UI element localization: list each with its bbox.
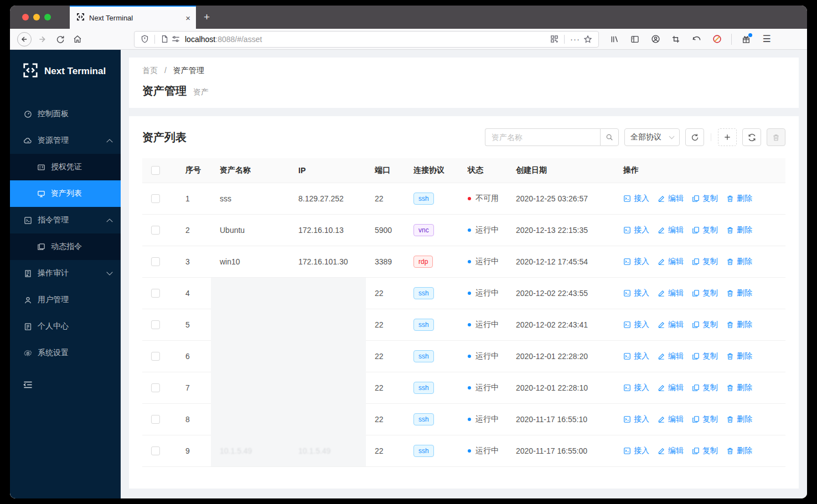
access-link[interactable]: 接入 (623, 351, 649, 361)
table-row: 8 22 ssh 运行中 2020-11-17 16:55:10 接入 编辑 (142, 404, 785, 435)
delete-link[interactable]: 删除 (726, 257, 752, 267)
permissions-icon[interactable] (172, 35, 180, 43)
edit-link[interactable]: 编辑 (658, 383, 684, 393)
url-bar[interactable]: localhost:8088/#/asset ··· (134, 31, 599, 48)
row-checkbox[interactable] (151, 289, 160, 298)
row-checkbox[interactable] (151, 383, 160, 392)
copy-link[interactable]: 复制 (692, 414, 718, 424)
reload-button[interactable] (52, 32, 68, 47)
minimize-window-button[interactable] (33, 14, 40, 20)
access-link[interactable]: 接入 (623, 446, 649, 456)
edit-link[interactable]: 编辑 (658, 446, 684, 456)
sidebar-item-profile[interactable]: 个人中心 (10, 313, 121, 340)
delete-link[interactable]: 删除 (726, 288, 752, 298)
sidebar-item-users[interactable]: 用户管理 (10, 287, 121, 313)
row-checkbox[interactable] (151, 257, 160, 266)
sidebar-item-settings[interactable]: 系统设置 (10, 340, 121, 366)
copy-link[interactable]: 复制 (692, 225, 718, 235)
access-link[interactable]: 接入 (623, 383, 649, 393)
access-link[interactable]: 接入 (623, 320, 649, 330)
edit-link[interactable]: 编辑 (658, 225, 684, 235)
access-link[interactable]: 接入 (623, 414, 649, 424)
delete-link[interactable]: 删除 (726, 446, 752, 456)
protocol-filter-select[interactable]: 全部协议 (624, 128, 680, 146)
sidebar-item-dashboard[interactable]: 控制面板 (10, 101, 121, 127)
page-icon[interactable] (161, 35, 168, 43)
select-all-checkbox[interactable] (151, 166, 160, 175)
sidebar-item-credentials[interactable]: 授权凭证 (10, 154, 121, 180)
account-icon[interactable] (648, 32, 663, 46)
sidebar-item-dynamic-commands[interactable]: 动态指令 (10, 233, 121, 260)
copy-link[interactable]: 复制 (692, 288, 718, 298)
access-link[interactable]: 接入 (623, 257, 649, 267)
access-link[interactable]: 接入 (623, 288, 649, 298)
gift-icon[interactable] (738, 32, 754, 46)
search-input[interactable] (485, 128, 600, 146)
tab-close-icon[interactable]: × (185, 13, 190, 23)
delete-link[interactable]: 删除 (726, 320, 752, 330)
edit-link[interactable]: 编辑 (658, 351, 684, 361)
browser-tab[interactable]: Next Terminal × (70, 6, 196, 29)
copy-link[interactable]: 复制 (692, 320, 718, 330)
block-icon (37, 243, 45, 251)
idcard-icon (37, 163, 45, 172)
edit-link[interactable]: 编辑 (658, 288, 684, 298)
search-button[interactable] (600, 128, 619, 146)
copy-link[interactable]: 复制 (692, 257, 718, 267)
sidebar-item-commands[interactable]: 指令管理 (10, 207, 121, 233)
breadcrumb-home[interactable]: 首页 (142, 66, 158, 75)
edit-link[interactable]: 编辑 (658, 414, 684, 424)
row-id: 1 (185, 194, 190, 203)
delete-link[interactable]: 删除 (726, 194, 752, 204)
access-link[interactable]: 接入 (623, 194, 649, 204)
delete-link[interactable]: 删除 (726, 383, 752, 393)
asset-table-body: 1 sss 8.129.27.252 22 ssh 不可用 2020-12-25… (142, 183, 785, 467)
row-checkbox[interactable] (151, 446, 160, 455)
delete-link[interactable]: 删除 (726, 225, 752, 235)
qr-code-icon[interactable] (550, 35, 559, 43)
row-checkbox[interactable] (151, 352, 160, 361)
page-actions-icon[interactable]: ··· (570, 34, 580, 44)
undo-icon[interactable] (689, 32, 704, 46)
menu-icon[interactable]: ☰ (759, 32, 774, 46)
back-button[interactable] (17, 32, 32, 47)
row-checkbox[interactable] (151, 320, 160, 329)
row-checkbox[interactable] (151, 226, 160, 235)
library-icon[interactable] (607, 32, 622, 46)
screenshot-icon[interactable] (668, 32, 684, 46)
copy-link[interactable]: 复制 (692, 446, 718, 456)
copy-link[interactable]: 复制 (692, 351, 718, 361)
row-checkbox[interactable] (151, 194, 160, 203)
delete-link[interactable]: 删除 (726, 414, 752, 424)
edit-link[interactable]: 编辑 (658, 194, 684, 204)
sidebar-item-resources[interactable]: 资源管理 (10, 127, 121, 154)
shield-icon[interactable] (141, 35, 149, 43)
add-asset-button[interactable] (718, 128, 737, 146)
status-badge: 运行中 (468, 414, 498, 424)
forward-button[interactable] (34, 32, 50, 47)
asset-name: 10.1.5.49 (220, 446, 252, 455)
traffic-lights[interactable] (10, 6, 62, 29)
copy-link[interactable]: 复制 (692, 383, 718, 393)
sidebars-icon[interactable] (627, 32, 643, 46)
status-label: 运行中 (475, 414, 499, 424)
copy-link[interactable]: 复制 (692, 194, 718, 204)
url-text[interactable]: localhost:8088/#/asset (185, 35, 549, 44)
edit-link[interactable]: 编辑 (658, 257, 684, 267)
edit-link[interactable]: 编辑 (658, 320, 684, 330)
menu-fold-icon[interactable] (23, 381, 121, 391)
sidebar-item-audit[interactable]: 操作审计 (10, 260, 121, 287)
content-block-icon[interactable] (709, 32, 725, 46)
access-link[interactable]: 接入 (623, 225, 649, 235)
batch-delete-button[interactable] (767, 128, 785, 146)
bookmark-star-icon[interactable] (583, 35, 592, 44)
row-checkbox[interactable] (151, 415, 160, 424)
new-tab-button[interactable]: + (196, 6, 218, 29)
sidebar-item-assets[interactable]: 资产列表 (10, 180, 121, 207)
refresh-button[interactable] (742, 128, 761, 146)
maximize-window-button[interactable] (44, 14, 51, 20)
home-button[interactable] (70, 32, 85, 47)
close-window-button[interactable] (22, 14, 29, 20)
delete-link[interactable]: 删除 (726, 351, 752, 361)
reset-filters-button[interactable] (685, 128, 704, 146)
